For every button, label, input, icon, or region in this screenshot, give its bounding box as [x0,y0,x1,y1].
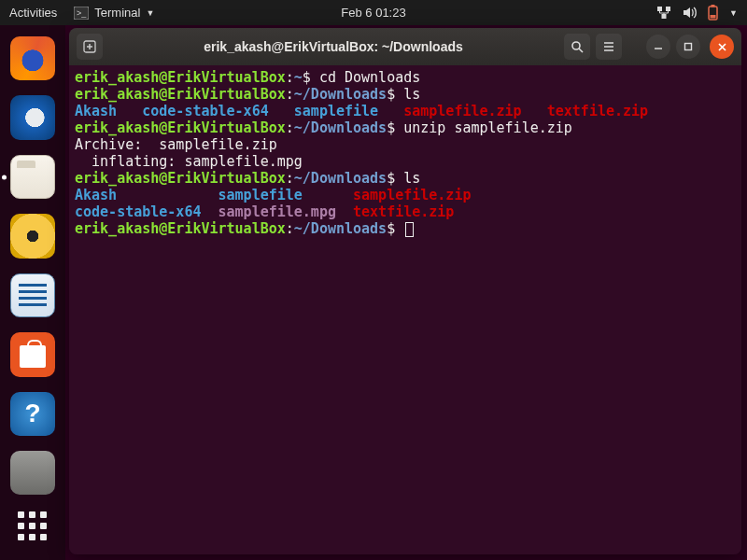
spacer [522,103,547,119]
svg-text:>_: >_ [77,8,87,18]
prompt-sep: : [286,170,294,187]
ls-entry-archive: textfile.zip [547,103,648,119]
terminal-icon: >_ [74,7,89,20]
help-icon: ? [24,399,40,428]
dock-libreoffice-writer[interactable] [10,273,55,317]
volume-icon [683,6,697,20]
prompt-symbol: $ [387,119,395,136]
ls-entry-dir: code-stable-x64 [142,103,268,119]
hamburger-menu-button[interactable] [596,34,622,60]
dock-thunderbird[interactable] [10,95,55,139]
topbar-app-name: Terminal [94,6,140,20]
close-button[interactable] [710,35,734,59]
prompt-sep: : [286,220,294,237]
prompt-path: ~ [294,69,303,86]
ls-entry-dir: samplefile [294,103,378,119]
hamburger-icon [602,40,615,53]
activities-button[interactable]: Activities [9,6,57,20]
close-icon [717,42,727,52]
prompt-user: erik_akash@ErikVirtualBox [75,170,286,187]
spacer [117,187,218,203]
prompt-symbol: $ [387,170,395,187]
prompt-user: erik_akash@ErikVirtualBox [75,69,286,86]
prompt-user: erik_akash@ErikVirtualBox [75,86,286,103]
terminal-cursor [405,222,414,237]
gnome-topbar: Activities >_ Terminal ▼ Feb 6 01:23 ▼ [0,0,747,25]
dock-firefox[interactable] [10,36,55,80]
prompt-sep: : [286,86,294,103]
prompt-user: erik_akash@ErikVirtualBox [75,220,286,237]
cmd-text: ls [395,86,420,103]
new-tab-button[interactable] [77,34,103,60]
prompt-symbol: $ [303,69,311,86]
active-indicator-dot [2,175,7,179]
ls-entry-dir: Akash [75,187,117,203]
topbar-clock[interactable]: Feb 6 01:23 [341,6,405,20]
cmd-text: ls [395,170,420,187]
svg-rect-10 [685,44,692,50]
dock-trash[interactable] [10,451,55,495]
prompt-sep: : [286,119,294,136]
ls-entry-dir: code-stable-x64 [75,203,201,220]
svg-rect-6 [712,5,715,7]
spacer [378,103,403,119]
search-icon [571,40,584,53]
prompt-path: ~/Downloads [294,86,387,103]
spacer [303,187,353,203]
window-titlebar: erik_akash@ErikVirtualBox: ~/Downloads [69,28,741,65]
ls-entry-media: samplefile.mpg [218,203,336,220]
spacer [201,203,218,220]
prompt-path: ~/Downloads [294,220,387,237]
dock-files[interactable] [10,155,55,199]
spacer [336,203,353,220]
svg-rect-2 [657,7,662,11]
window-title: erik_akash@ErikVirtualBox: ~/Downloads [108,39,558,54]
cmd-text: unzip samplefile.zip [395,119,572,136]
svg-point-9 [572,42,580,49]
prompt-user: erik_akash@ErikVirtualBox [75,119,286,136]
minimize-button[interactable] [646,35,670,59]
maximize-button[interactable] [676,35,700,59]
ls-entry-archive: samplefile.zip [353,187,471,203]
topbar-status-area[interactable]: ▼ [657,5,738,21]
ubuntu-dock: ? [0,25,65,560]
ls-entry-archive: textfile.zip [353,203,454,220]
battery-icon [708,5,718,21]
terminal-output[interactable]: erik_akash@ErikVirtualBox:~$ cd Download… [69,65,741,554]
spacer [269,103,294,119]
ls-entry-dir: samplefile [218,187,303,203]
search-button[interactable] [564,34,590,60]
prompt-sep: : [286,69,294,86]
show-applications-button[interactable] [16,510,49,543]
svg-rect-7 [711,15,716,19]
ls-entry-archive: samplefile.zip [403,103,521,119]
prompt-path: ~/Downloads [294,119,387,136]
chevron-down-icon: ▼ [146,8,154,18]
chevron-down-icon: ▼ [729,8,738,18]
network-icon [657,6,671,20]
minimize-icon [653,41,664,52]
svg-rect-3 [666,7,670,11]
unzip-archive-line: Archive: samplefile.zip [75,136,277,153]
spacer [117,103,142,119]
maximize-icon [683,41,694,52]
dock-ubuntu-software[interactable] [10,332,55,376]
topbar-app-menu[interactable]: >_ Terminal ▼ [74,6,154,20]
dock-help[interactable]: ? [10,392,55,436]
new-tab-icon [83,40,96,53]
dock-rhythmbox[interactable] [10,214,55,258]
ls-entry-dir: Akash [75,103,117,119]
cmd-text: cd Downloads [311,69,420,86]
prompt-symbol: $ [387,220,395,237]
terminal-window: erik_akash@ErikVirtualBox: ~/Downloads e… [69,28,741,554]
prompt-path: ~/Downloads [294,170,387,187]
prompt-symbol: $ [387,86,395,103]
unzip-inflate-line: inflating: samplefile.mpg [75,153,303,170]
